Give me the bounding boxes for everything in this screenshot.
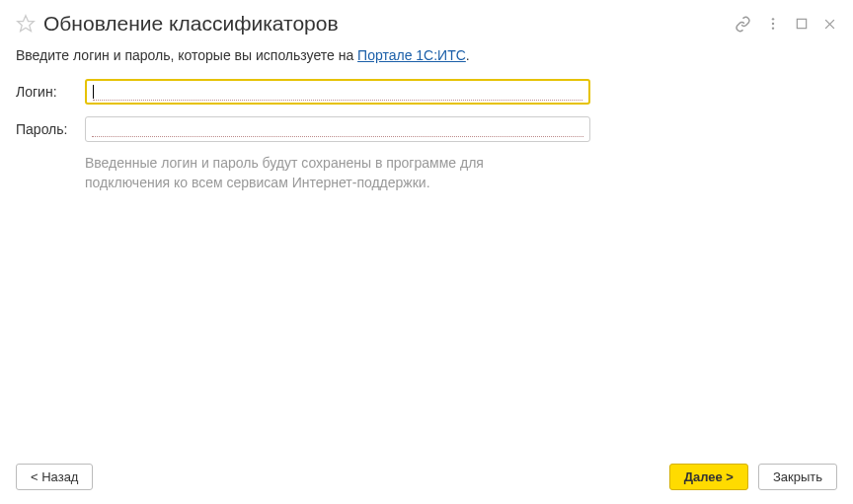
close-button[interactable]: Закрыть xyxy=(758,464,837,490)
svg-point-1 xyxy=(772,18,774,20)
password-input[interactable] xyxy=(85,116,590,142)
portal-link[interactable]: Портале 1С:ИТС xyxy=(357,47,466,63)
svg-point-3 xyxy=(772,27,774,29)
svg-rect-4 xyxy=(797,19,806,28)
back-button[interactable]: < Назад xyxy=(16,464,93,490)
next-button[interactable]: Далее > xyxy=(669,464,748,490)
hint-line1: Введенные логин и пароль будут сохранены… xyxy=(85,155,484,171)
intro-suffix: . xyxy=(466,47,470,63)
intro-prefix: Введите логин и пароль, которые вы испол… xyxy=(16,47,357,63)
maximize-icon[interactable] xyxy=(795,17,809,31)
login-input[interactable] xyxy=(85,79,590,105)
favorite-star-icon[interactable] xyxy=(16,14,36,34)
window-title: Обновление классификаторов xyxy=(43,12,735,36)
login-label: Логин: xyxy=(16,84,85,100)
hint-line2: подключения ко всем сервисам Интернет-по… xyxy=(85,175,430,190)
hint-text: Введенные логин и пароль будут сохранены… xyxy=(85,154,590,192)
close-icon[interactable] xyxy=(822,17,837,32)
password-label: Пароль: xyxy=(16,121,85,137)
more-icon[interactable] xyxy=(765,16,781,32)
svg-point-2 xyxy=(772,23,774,25)
link-icon[interactable] xyxy=(735,16,751,33)
intro-text: Введите логин и пароль, которые вы испол… xyxy=(16,47,837,63)
svg-marker-0 xyxy=(18,16,35,32)
